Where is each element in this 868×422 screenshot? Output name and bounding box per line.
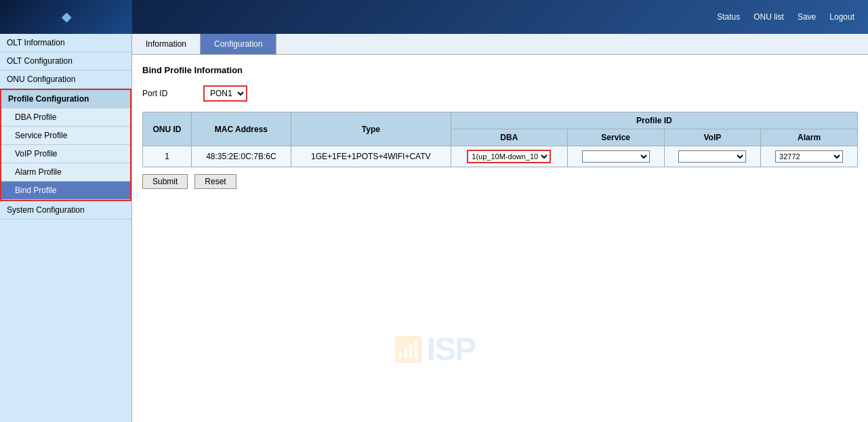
sidebar-item-dba-profile[interactable]: DBA Profile <box>1 108 130 127</box>
cell-service <box>567 146 664 167</box>
sidebar: OLT Information OLT Configuration ONU Co… <box>0 34 132 422</box>
main-content: Information Configuration Bind Profile I… <box>132 34 868 422</box>
col-profile-id: Profile ID <box>451 112 857 129</box>
wifi-icon: 📶 <box>393 335 423 364</box>
sidebar-item-olt-configuration[interactable]: OLT Configuration <box>0 52 131 70</box>
sidebar-item-profile-configuration[interactable]: Profile Configuration <box>1 90 130 108</box>
watermark-text: ISP <box>427 331 475 368</box>
port-id-label: Port ID <box>142 89 197 98</box>
cell-alarm: 32772 <box>761 146 858 167</box>
col-alarm: Alarm <box>761 129 858 146</box>
watermark: 📶 ISP <box>393 331 475 368</box>
topbar-nav: Status ONU list Save Logout <box>717 12 854 22</box>
status-link[interactable]: Status <box>717 12 740 22</box>
submit-button[interactable]: Submit <box>142 174 188 189</box>
page-title: Bind Profile Information <box>142 65 858 75</box>
service-select[interactable] <box>582 150 650 163</box>
col-type: Type <box>291 112 451 146</box>
col-mac-address: MAC Address <box>191 112 291 146</box>
button-row: Submit Reset <box>142 174 858 189</box>
port-id-row: Port ID PON1 PON2 PON3 PON4 <box>142 85 858 102</box>
col-onu-id: ONU ID <box>143 112 192 146</box>
layout: OLT Information OLT Configuration ONU Co… <box>0 34 868 422</box>
cell-type: 1GE+1FE+1POTS+4WIFI+CATV <box>291 146 451 167</box>
tab-information[interactable]: Information <box>132 34 201 54</box>
sidebar-item-olt-information[interactable]: OLT Information <box>0 34 131 52</box>
sidebar-item-onu-configuration[interactable]: ONU Configuration <box>0 70 131 89</box>
col-dba: DBA <box>451 129 567 146</box>
col-service: Service <box>567 129 664 146</box>
save-link[interactable]: Save <box>798 12 816 22</box>
sidebar-item-voip-profile[interactable]: VoIP Profile <box>1 145 130 163</box>
dba-select[interactable]: 1(up_10M-down_10 <box>467 150 551 163</box>
cell-mac-address: 48:35:2E:0C:7B:6C <box>191 146 291 167</box>
logo-text: ◆ <box>62 9 71 24</box>
cell-dba: 1(up_10M-down_10 <box>451 146 567 167</box>
port-id-select[interactable]: PON1 PON2 PON3 PON4 <box>203 85 247 102</box>
content-area: Bind Profile Information Port ID PON1 PO… <box>132 55 868 199</box>
table-row: 1 48:35:2E:0C:7B:6C 1GE+1FE+1POTS+4WIFI+… <box>143 146 858 167</box>
reset-button[interactable]: Reset <box>194 174 236 189</box>
onu-list-link[interactable]: ONU list <box>753 12 784 22</box>
logout-link[interactable]: Logout <box>829 12 854 22</box>
cell-voip <box>664 146 761 167</box>
sidebar-item-system-configuration[interactable]: System Configuration <box>0 201 131 219</box>
voip-select[interactable] <box>678 150 746 163</box>
cell-onu-id: 1 <box>143 146 192 167</box>
profile-section: Profile Configuration DBA Profile Servic… <box>0 89 131 201</box>
tab-configuration[interactable]: Configuration <box>201 34 276 54</box>
sidebar-item-alarm-profile[interactable]: Alarm Profile <box>1 163 130 182</box>
sidebar-item-service-profile[interactable]: Service Profile <box>1 127 130 145</box>
topbar: ◆ Status ONU list Save Logout <box>0 0 868 34</box>
sidebar-item-bind-profile[interactable]: Bind Profile <box>1 182 130 200</box>
tab-bar: Information Configuration <box>132 34 868 55</box>
alarm-select[interactable]: 32772 <box>775 150 843 163</box>
profile-table: ONU ID MAC Address Type Profile ID DBA S… <box>142 112 858 167</box>
logo: ◆ <box>0 0 132 34</box>
col-voip: VoIP <box>664 129 761 146</box>
